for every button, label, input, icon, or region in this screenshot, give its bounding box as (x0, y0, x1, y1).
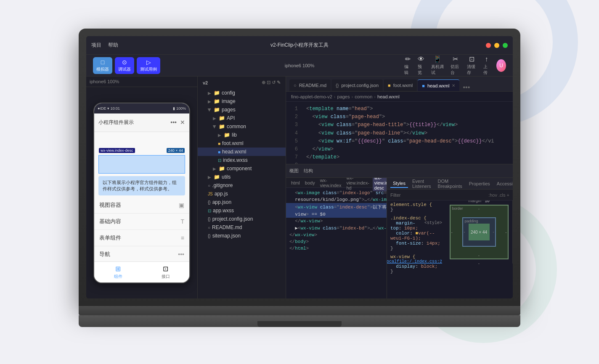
dt-line-8[interactable]: </body> (286, 238, 387, 245)
dt-line-3[interactable]: <wx-view class="index-desc">以下将展示小程序官方组件… (286, 203, 387, 211)
toolbar-upload-btn[interactable]: ↑ 上传 (483, 55, 490, 76)
tree-item-config[interactable]: ▶ 📁 config (198, 89, 286, 97)
box-outer: border - - - - padding (450, 205, 509, 259)
toolbar-save-btn[interactable]: ⊡ 清缓存 (467, 55, 477, 76)
rule-element-selector: element.style { (390, 202, 442, 207)
code-main: 1 2 3 4 5 6 7 8 <templ (286, 102, 513, 298)
toolbar-device-btn[interactable]: 📱 真机调试 (431, 55, 444, 76)
devtools-tab-elements-label: 概图 (289, 168, 299, 174)
styles-tab-a11y[interactable]: Accessibility (494, 180, 513, 187)
gitignore-icon: ○ (208, 183, 210, 188)
tab-headwxml-close[interactable]: ✕ (452, 83, 455, 88)
tree-item-project-config[interactable]: {} project.config.json (198, 215, 286, 223)
breadcrumb-pages: pages (337, 94, 350, 99)
toolbar-preview-btn[interactable]: □ 模拟器 (93, 57, 112, 74)
tab-projectconfig-label: project.config.json (341, 83, 379, 88)
dt-line-4[interactable]: view> == $0 (286, 211, 387, 218)
tab-readme[interactable]: ○ README.md (289, 79, 331, 91)
user-avatar[interactable]: U (496, 59, 506, 72)
dt-line-1[interactable]: <wx-image class="index-logo" src="../res… (286, 190, 387, 196)
code-line-7: </template> (306, 153, 508, 161)
box-border-top: - (478, 206, 480, 211)
head-xml-icon: ■ (218, 150, 220, 154)
file-tree-actions[interactable]: ⊕ ⊡ ↺ ✎ (262, 80, 281, 85)
tree-item-head-wxml[interactable]: ■ head.wxml (198, 148, 286, 156)
phone-nav-components[interactable]: ⊞ 组件 (94, 265, 142, 280)
tab-readme-icon: ○ (294, 83, 297, 88)
nav-interface-icon: ⊡ (163, 265, 168, 273)
code-content[interactable]: <template name="head"> <view class="page… (301, 102, 513, 164)
dt-line-9[interactable]: </html> (286, 245, 387, 252)
menu-project[interactable]: 项目 (91, 42, 101, 49)
box-inner: padding - - 240 × 44 (462, 217, 496, 247)
appjson-label: app.json (212, 199, 231, 205)
tree-item-lib[interactable]: ▶ 📁 lib (198, 131, 286, 139)
toolbar-preview2-btn[interactable]: 👁 预览 (418, 55, 424, 76)
rule-indexdesc-selector: .index-desc { <style> (390, 216, 442, 221)
code-line-4: <view class="page-head-line"></view> (306, 129, 508, 137)
toolbar-debug-btn[interactable]: ⊙ 调试器 (115, 57, 134, 74)
tree-item-index-wxss[interactable]: ⊡ index.wxss (198, 156, 286, 164)
phone-more-icon[interactable]: ••• (170, 119, 177, 126)
html-tag-wx-view-index[interactable]: wx-view.index (318, 178, 343, 189)
tab-foot-wxml[interactable]: ■ foot.wxml (384, 79, 417, 91)
projectconfig-icon: {} (208, 217, 211, 222)
tab-project-config[interactable]: {} project.config.json (331, 79, 383, 91)
phone-title-bar: 小程序组件展示 ••• ✕ (94, 113, 189, 132)
styles-tab-styles[interactable]: Styles (390, 179, 408, 188)
toolbar-test-btn[interactable]: ▷ 测试用例 (137, 57, 160, 74)
styles-filter-input[interactable] (390, 193, 485, 198)
edit-icon: ✏ (405, 55, 411, 63)
dt-line-5[interactable]: </wx-view> (286, 218, 387, 224)
index-wxss-icon: ⊡ (218, 158, 221, 163)
phone-nav-interface[interactable]: ⊡ 接口 (142, 265, 189, 280)
code-view: 1 2 3 4 5 6 7 8 <templ (286, 102, 513, 164)
phone-section-views: 视图容器 ▣ (94, 197, 189, 214)
tree-item-common[interactable]: ▶ 📁 common (198, 122, 286, 131)
toolbar-edit-btn[interactable]: ✏ 编辑 (404, 55, 411, 76)
nav-interface-label: 接口 (162, 274, 170, 280)
save-label: 清缓存 (467, 64, 477, 76)
styles-tab-dom[interactable]: DOM Breakpoints (435, 178, 465, 190)
box-model: margin 10 border - - - - (445, 200, 513, 264)
tab-more-btn[interactable]: ••• (460, 84, 472, 91)
window-minimize-btn[interactable] (494, 43, 499, 48)
tree-item-component[interactable]: ▶ 📁 component (198, 164, 286, 173)
devtools-left: html body wx-view.index wx-view.index-hd… (286, 178, 387, 298)
styles-tab-events[interactable]: Event Listeners (410, 178, 434, 190)
menu-help[interactable]: 帮助 (108, 42, 118, 49)
box-title: border (452, 206, 463, 211)
phone-close-icon[interactable]: ✕ (180, 119, 185, 126)
breadcrumb-sep-1: › (334, 94, 336, 99)
tree-item-api[interactable]: ▶ 📁 API (198, 114, 286, 122)
line-num-6: 6 (286, 145, 301, 153)
common-folder-icon: 📁 (219, 124, 225, 129)
code-line-1: <template name="head"> (306, 105, 508, 113)
style-rule-wx-view: wx-view { localfile:/.index.css:2 displa… (390, 254, 442, 274)
html-tag-html[interactable]: html (289, 179, 302, 186)
tree-item-app-json[interactable]: {} app.json (198, 198, 286, 206)
tree-item-app-wxss[interactable]: ⊡ app.wxss (198, 206, 286, 215)
appwxss-icon: ⊡ (208, 208, 211, 213)
tree-item-pages[interactable]: ▶ 📁 pages (198, 106, 286, 114)
tree-item-utils[interactable]: ▶ 📁 utils (198, 173, 286, 181)
padding-label: padding (465, 219, 478, 223)
tree-item-sitemap[interactable]: {} sitemap.json (198, 232, 286, 240)
tree-item-app-js[interactable]: JS app.js (198, 190, 286, 198)
toolbar-cut-btn[interactable]: ✂ 切后台 (451, 55, 460, 76)
tree-item-foot-wxml[interactable]: ■ foot.wxml (198, 139, 286, 148)
styles-tab-props[interactable]: Properties (466, 180, 493, 187)
rule-indexdesc-close: } (390, 246, 442, 251)
tab-head-wxml[interactable]: ■ head.wxml ✕ (418, 79, 459, 91)
window-close-btn[interactable] (486, 43, 491, 48)
tree-item-gitignore[interactable]: ○ .gitignore (198, 181, 286, 190)
lib-folder-icon: 📁 (224, 132, 230, 138)
dt-line-6[interactable]: ▶<wx-view class="index-bd">…</wx-view> (286, 224, 387, 232)
window-maximize-btn[interactable] (503, 43, 508, 48)
dt-line-7[interactable]: </wx-view> (286, 232, 387, 238)
html-tag-body[interactable]: body (303, 179, 317, 186)
tree-item-readme[interactable]: ○ README.md (198, 223, 286, 232)
dt-line-2[interactable]: resources/kind/logo.png">…</wx-image> (286, 196, 387, 203)
tree-item-image[interactable]: ▶ 📁 image (198, 97, 286, 106)
rule-indexdesc-prop3: font-size: 14px; (390, 241, 442, 246)
